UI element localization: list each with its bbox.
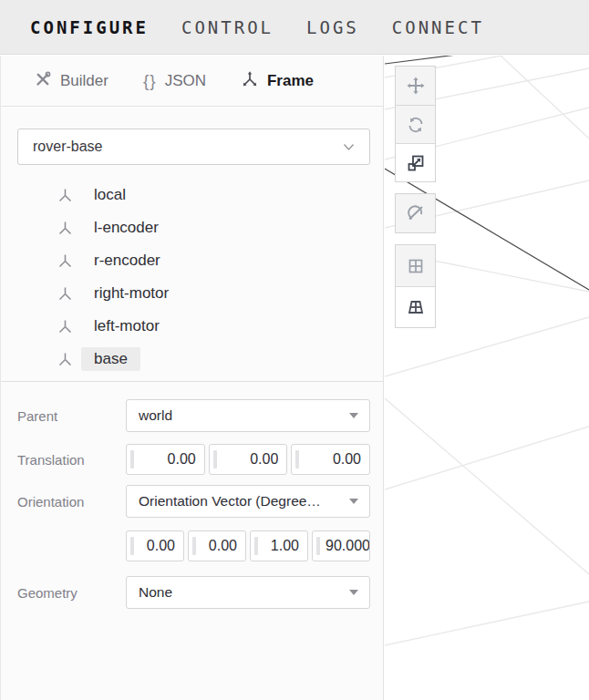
grid-view-button[interactable] [396,245,435,286]
braces-icon: {} [143,71,157,91]
parent-label: Parent [17,408,126,424]
axis-icon [57,318,74,335]
tree-item-label: right-motor [81,282,181,305]
orientation-label: Orientation [17,494,126,510]
rotation-snap-group [395,193,436,233]
tab-configure[interactable]: CONFIGURE [30,17,149,37]
parent-row: Parent world [17,399,370,432]
geometry-label: Geometry [17,585,126,601]
orientation-z-input[interactable] [250,530,308,561]
caret-down-icon [349,499,358,504]
translation-y-input[interactable] [209,444,288,475]
move-icon [406,76,426,96]
axis-icon [57,252,74,270]
grid-icon [406,256,426,276]
3d-viewport[interactable] [385,56,589,700]
perspective-grid-icon [406,297,426,317]
no-rotate-icon [406,203,426,223]
chevron-down-icon [343,139,355,155]
tree-item-r-encoder[interactable]: r-encoder [1,244,384,277]
rotate-tool-button[interactable] [396,105,435,143]
tree-item-label: r-encoder [81,249,173,273]
wrench-icon [34,70,52,92]
tree-item-label: base [81,347,140,371]
perspective-grid-view-button[interactable] [396,286,435,327]
translation-x-input[interactable] [126,444,205,475]
tree-item-label: local [81,183,139,207]
parent-select-value: world [139,407,172,424]
frame-axis-icon [241,70,259,92]
mode-frame[interactable]: Frame [241,70,314,92]
component-select-value: rover-base [33,139,102,155]
move-tool-button[interactable] [396,67,435,105]
rotate-icon [407,116,425,134]
orientation-type-select[interactable]: Orientation Vector (Degree… [126,485,370,518]
viewport-toolbar [395,66,436,328]
geometry-select-value: None [139,584,172,601]
axis-icon [57,187,74,204]
scale-icon [407,154,425,172]
orientation-y-input[interactable] [188,530,246,561]
translation-z-input[interactable] [291,444,370,475]
component-select[interactable]: rover-base [17,129,370,165]
tree-item-left-motor[interactable]: left-motor [1,310,384,343]
mode-builder-label: Builder [60,72,108,90]
mode-json[interactable]: {} JSON [143,71,206,91]
top-navigation: CONFIGURE CONTROL LOGS CONNECT [0,0,589,55]
orientation-values-row [17,530,370,561]
mode-json-label: JSON [165,72,206,90]
tree-item-label: l-encoder [81,216,171,240]
transform-tool-group [395,66,436,182]
geometry-select[interactable]: None [126,576,370,609]
axis-icon [57,285,74,303]
axis-icon [57,220,74,237]
tree-item-right-motor[interactable]: right-motor [1,277,384,310]
translation-row: Translation [17,444,370,475]
tree-item-label: left-motor [81,314,172,338]
mode-builder[interactable]: Builder [34,70,108,92]
snap-rotation-toggle-button[interactable] [396,194,435,232]
orientation-type-row: Orientation Orientation Vector (Degree… [17,486,370,517]
tree-item-local[interactable]: local [1,179,384,211]
frame-tree: local l-encoder r-encoder right-motor le… [1,179,384,376]
robot-config-app: CONFIGURE CONTROL LOGS CONNECT Builder {… [0,0,589,700]
section-divider [1,381,384,382]
tab-control[interactable]: CONTROL [181,17,274,37]
parent-select[interactable]: world [126,399,370,432]
orientation-type-value: Orientation Vector (Degree… [139,493,321,510]
caret-down-icon [349,413,358,418]
mode-frame-label: Frame [267,72,314,90]
orientation-theta-input[interactable] [312,530,370,561]
axis-icon [57,351,74,368]
orientation-x-input[interactable] [126,530,184,561]
geometry-row: Geometry None [17,576,370,609]
translation-label: Translation [17,452,126,468]
view-mode-tabs: Builder {} JSON Frame [1,56,383,107]
tab-connect[interactable]: CONNECT [392,17,484,37]
caret-down-icon [349,590,358,595]
scale-tool-button[interactable] [396,143,435,181]
frame-config-panel: Builder {} JSON Frame [0,56,384,700]
tab-logs[interactable]: LOGS [306,17,359,37]
tree-item-base[interactable]: base [1,343,384,376]
grid-display-group [395,244,436,328]
tree-item-l-encoder[interactable]: l-encoder [1,211,384,244]
